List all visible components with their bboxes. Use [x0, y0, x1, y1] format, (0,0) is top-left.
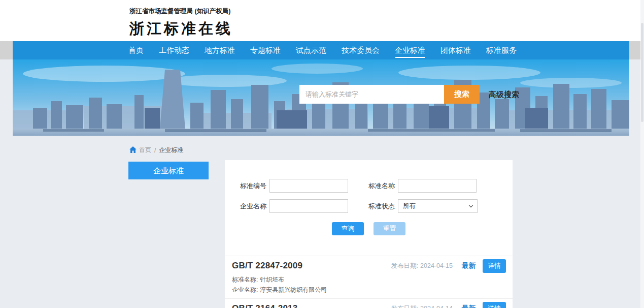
nav-item-home[interactable]: 首页 [128, 41, 144, 59]
detail-button[interactable]: 详情 [483, 259, 506, 273]
hero-banner: 搜索 高级搜索 [13, 59, 629, 136]
nav-item-group-standards[interactable]: 团体标准 [440, 41, 471, 59]
breadcrumb-separator: / [154, 147, 156, 154]
result-code: QB/T 2164-2013 [232, 303, 391, 308]
nav-item-topic-standards[interactable]: 专题标准 [250, 41, 281, 59]
standard-name-input[interactable] [398, 179, 477, 193]
company-meta-value: 淳安县新兴纺织有限公司 [260, 286, 327, 293]
latest-badge: 最新 [462, 261, 476, 270]
latest-badge: 最新 [462, 304, 476, 308]
field-standard-code: 标准编号 [240, 179, 348, 193]
field-company-name: 企业名称 [240, 199, 348, 213]
publish-date-value: 2024-04-14 [420, 305, 453, 308]
standard-code-input[interactable] [269, 179, 348, 193]
scrollbar-track[interactable] [640, 0, 644, 308]
standard-name-label: 标准名称 [368, 181, 395, 191]
scrollbar-thumb[interactable] [641, 23, 643, 122]
standard-status-select[interactable]: 所有 [398, 199, 478, 213]
nav-item-local-standards[interactable]: 地方标准 [205, 41, 235, 59]
breadcrumb-home-label: 首页 [139, 146, 151, 155]
home-icon [129, 146, 137, 155]
result-item: QB/T 2164-2013 发布日期:2024-04-14 最新 详情 [225, 298, 513, 308]
result-item: GB/T 22847-2009 发布日期:2024-04-15 最新 详情 标准… [225, 256, 513, 298]
standard-status-label: 标准状态 [368, 202, 395, 211]
nav-item-news[interactable]: 工作动态 [159, 41, 189, 59]
breadcrumb-home-link[interactable]: 首页 [129, 146, 151, 155]
results-list: GB/T 22847-2009 发布日期:2024-04-15 最新 详情 标准… [225, 256, 513, 308]
main-nav: 首页 工作动态 地方标准 专题标准 试点示范 技术委员会 企业标准 团体标准 标… [13, 41, 629, 59]
publish-date-label: 发布日期: [391, 262, 418, 269]
nav-item-pilot-demo[interactable]: 试点示范 [296, 41, 326, 59]
field-standard-name: 标准名称 [368, 179, 477, 193]
company-meta-label: 企业名称: [232, 286, 258, 293]
site-title: 浙江标准在线 [129, 19, 644, 39]
hero-search: 搜索 高级搜索 [299, 85, 519, 104]
breadcrumb-current: 企业标准 [159, 146, 183, 155]
agency-name: 浙江省市场监督管理局 (知识产权局) [129, 7, 644, 16]
query-button[interactable]: 查询 [332, 222, 364, 235]
standard-name-meta-label: 标准名称: [232, 276, 258, 283]
advanced-search-link[interactable]: 高级搜索 [489, 85, 519, 104]
standard-name-meta-value: 针织坯布 [260, 276, 284, 283]
breadcrumb: 首页 / 企业标准 [129, 146, 183, 155]
content-card: 标准编号 标准名称 企业名称 标准状态 所有 [225, 160, 513, 308]
result-code: GB/T 22847-2009 [232, 261, 391, 271]
chevron-down-icon [469, 203, 473, 207]
standard-code-label: 标准编号 [240, 181, 266, 191]
sidebar-item-enterprise-standards[interactable]: 企业标准 [128, 162, 209, 179]
company-name-input[interactable] [269, 199, 348, 213]
field-standard-status: 标准状态 所有 [368, 199, 478, 213]
nav-item-technical-committee[interactable]: 技术委员会 [342, 41, 380, 59]
site-header: 浙江省市场监督管理局 (知识产权局) 浙江标准在线 [0, 0, 644, 41]
standard-status-value: 所有 [403, 202, 416, 210]
nav-item-standard-services[interactable]: 标准服务 [486, 41, 517, 59]
search-button[interactable]: 搜索 [444, 85, 480, 104]
publish-date-value: 2024-04-15 [420, 262, 453, 269]
filter-form: 标准编号 标准名称 企业名称 标准状态 所有 [225, 160, 513, 235]
nav-row: 首页 工作动态 地方标准 专题标准 试点示范 技术委员会 企业标准 团体标准 标… [0, 41, 644, 59]
company-name-label: 企业名称 [240, 202, 266, 211]
publish-date-label: 发布日期: [391, 305, 418, 308]
search-input[interactable] [299, 85, 444, 104]
reset-button[interactable]: 重置 [374, 222, 405, 235]
page: 浙江省市场监督管理局 (知识产权局) 浙江标准在线 首页 工作动态 地方标准 专… [0, 0, 644, 308]
nav-item-enterprise-standards[interactable]: 企业标准 [395, 41, 425, 59]
detail-button[interactable]: 详情 [483, 302, 506, 308]
